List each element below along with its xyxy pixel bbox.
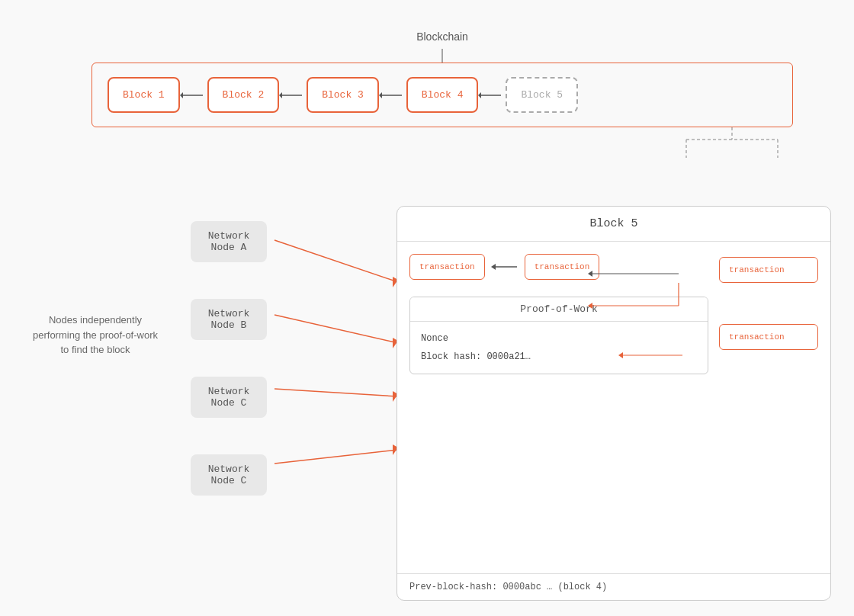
tx-3: transaction — [719, 257, 818, 283]
svg-marker-2 — [180, 92, 183, 98]
arrow-3-4 — [379, 89, 406, 101]
node-b: Network Node B — [191, 299, 267, 340]
nodes-column: Network Node A Network Node B Network No… — [191, 221, 267, 496]
block5-detail-box: Block 5 transaction tran — [396, 206, 831, 601]
pow-hash: Block hash: 0000a21… — [421, 348, 697, 366]
blockchain-label: Blockchain — [92, 30, 793, 43]
arrow-4-5 — [478, 89, 506, 101]
bottom-section: Nodes independently performing the proof… — [0, 206, 854, 616]
svg-marker-8 — [478, 92, 481, 98]
svg-marker-4 — [279, 92, 282, 98]
block-3: Block 3 — [307, 77, 379, 113]
side-label: Nodes independently performing the proof… — [30, 313, 160, 358]
block-1: Block 1 — [108, 77, 180, 113]
block5-bracket-svg — [671, 127, 793, 158]
connector-line — [441, 49, 443, 63]
svg-line-15 — [274, 389, 398, 396]
left-column: transaction transaction Proof-of-Work — [409, 254, 708, 374]
tx-1: transaction — [409, 254, 485, 280]
blockchain-section: Blockchain Block 1 Block 2 Block 3 — [92, 30, 793, 158]
svg-line-14 — [274, 315, 398, 343]
tx-2: transaction — [525, 254, 600, 280]
svg-line-13 — [274, 240, 398, 282]
pow-content: Nonce Block hash: 0000a21… — [410, 322, 708, 374]
svg-marker-6 — [379, 92, 382, 98]
right-column: transaction transaction — [719, 254, 818, 374]
svg-marker-22 — [491, 264, 496, 270]
block-2: Block 2 — [207, 77, 280, 113]
block5-detail-title: Block 5 — [397, 207, 830, 242]
block5-connector — [671, 127, 793, 158]
block-5-top: Block 5 — [506, 77, 578, 113]
node-a: Network Node A — [191, 221, 267, 262]
arrow-1-2 — [180, 89, 207, 101]
pow-title: Proof-of-Work — [410, 297, 708, 322]
blockchain-container: Block 1 Block 2 Block 3 Block 4 — [92, 63, 793, 127]
tx-4: transaction — [719, 324, 818, 350]
node-c1: Network Node C — [191, 377, 267, 418]
pow-nonce: Nonce — [421, 329, 697, 348]
prev-hash-row: Prev-block-hash: 0000abc … (block 4) — [397, 573, 830, 600]
block-4: Block 4 — [406, 77, 479, 113]
svg-line-16 — [274, 450, 398, 464]
node-c2: Network Node C — [191, 454, 267, 496]
tx-row-top: transaction transaction — [409, 254, 708, 280]
pow-box: Proof-of-Work Nonce Block hash: 0000a21… — [409, 297, 708, 374]
block5-inner: transaction transaction Proof-of-Work — [397, 242, 830, 374]
arrow-2-3 — [279, 89, 307, 101]
tx-arrow-1 — [491, 261, 518, 272]
